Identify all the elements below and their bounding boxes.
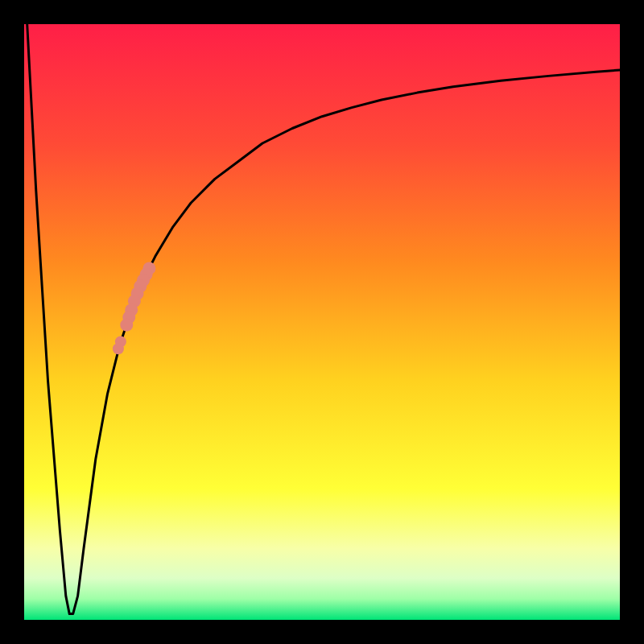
marker-dot <box>113 343 124 354</box>
chart-container: { "attribution": "TheBottleneck.com", "c… <box>0 0 644 644</box>
plot-background <box>24 24 620 620</box>
bottleneck-chart <box>0 0 644 644</box>
marker-dot <box>120 319 133 332</box>
